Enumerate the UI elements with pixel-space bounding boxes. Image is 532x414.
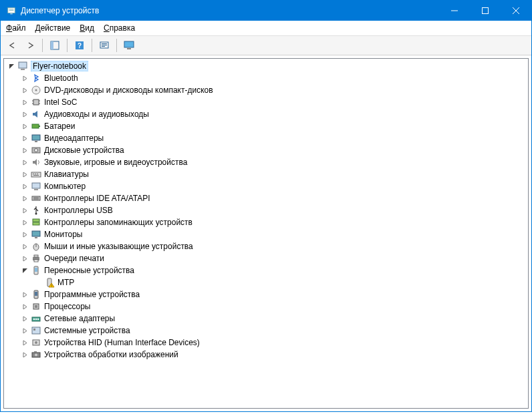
tree-node[interactable]: DVD-дисководы и дисководы компакт-дисков <box>4 84 528 96</box>
expand-icon[interactable] <box>20 338 29 347</box>
battery-icon <box>31 121 41 132</box>
tree-node[interactable]: Мониторы <box>4 228 528 240</box>
tree-node[interactable]: Дисковые устройства <box>4 144 528 156</box>
expand-icon[interactable] <box>20 170 29 179</box>
dvd-icon <box>31 85 41 95</box>
expand-icon[interactable] <box>20 254 29 263</box>
hid-icon <box>31 337 41 348</box>
keyboard-icon <box>31 169 41 180</box>
tree-node-label: Bluetooth <box>44 73 78 83</box>
svg-rect-45 <box>33 222 39 225</box>
tree-node[interactable]: Звуковые, игровые и видеоустройства <box>4 156 528 168</box>
show-hide-tree-button[interactable] <box>47 38 63 53</box>
nav-forward-button[interactable] <box>22 38 38 53</box>
expand-icon[interactable] <box>20 218 29 227</box>
tree-node-label: Мониторы <box>44 230 82 239</box>
tree-node-label: MTP <box>57 278 74 287</box>
tree-node[interactable]: Bluetooth <box>4 72 528 84</box>
expand-icon[interactable] <box>20 350 29 359</box>
svg-rect-39 <box>34 189 38 190</box>
menu-action[interactable]: Действие <box>35 23 71 33</box>
expand-icon[interactable] <box>20 97 29 107</box>
tree-node[interactable]: Сетевые адаптеры <box>4 313 528 325</box>
tree-node[interactable]: Программные устройства <box>4 288 528 300</box>
tree-node[interactable]: Мыши и иные указывающие устройства <box>4 240 528 252</box>
help-button[interactable]: ? <box>72 38 88 53</box>
expand-icon[interactable] <box>20 182 29 191</box>
tree-node[interactable]: Переносные устройства <box>4 264 528 276</box>
expand-icon[interactable] <box>20 194 29 203</box>
svg-rect-9 <box>51 41 53 49</box>
svg-rect-36 <box>37 174 38 174</box>
menu-help[interactable]: Справка <box>104 23 135 33</box>
expand-icon[interactable] <box>20 146 29 155</box>
maximize-button[interactable] <box>470 1 501 21</box>
tree-node-label: Мыши и иные указывающие устройства <box>44 242 193 251</box>
svg-rect-67 <box>33 329 35 331</box>
tree-node[interactable]: !MTP <box>4 276 528 288</box>
ide-icon <box>31 193 41 204</box>
tree-node-label: Программные устройства <box>44 290 140 299</box>
titlebar[interactable]: Диспетчер устройств <box>1 1 531 21</box>
nav-back-button[interactable] <box>5 38 21 53</box>
tree-node[interactable]: Компьютер <box>4 180 528 192</box>
tree-node-label: Аудиовходы и аудиовыходы <box>44 110 149 119</box>
svg-rect-22 <box>33 99 39 105</box>
expand-icon[interactable] <box>20 230 29 239</box>
tree-node-label: Устройства обработки изображений <box>44 350 178 359</box>
expand-icon[interactable] <box>20 314 29 323</box>
menu-view[interactable]: Вид <box>80 23 94 33</box>
tree-node-label: Сетевые адаптеры <box>44 314 115 323</box>
expand-icon[interactable] <box>20 73 29 83</box>
sound-icon <box>31 157 41 168</box>
tree-node[interactable]: Контроллеры USB <box>4 204 528 216</box>
svg-point-69 <box>35 341 37 344</box>
tree-node[interactable]: Intel SoC <box>4 96 528 108</box>
network-icon <box>31 313 41 324</box>
expand-icon[interactable] <box>20 110 29 119</box>
svg-rect-63 <box>33 319 35 320</box>
tree-node[interactable]: Процессоры <box>4 300 528 313</box>
svg-rect-66 <box>32 327 40 334</box>
svg-text:?: ? <box>78 42 82 49</box>
tree-node[interactable]: Батареи <box>4 120 528 132</box>
device-tree[interactable]: Flyer-notebookBluetoothDVD-дисководы и д… <box>3 58 529 409</box>
scan-hardware-button[interactable] <box>96 38 112 53</box>
menu-file[interactable]: Файл <box>6 23 26 33</box>
bluetooth-icon <box>31 73 41 83</box>
expand-icon[interactable] <box>20 326 29 335</box>
tree-node[interactable]: Видеоадаптеры <box>4 132 528 144</box>
svg-rect-27 <box>32 124 39 128</box>
svg-rect-37 <box>33 175 39 176</box>
collapse-icon[interactable] <box>7 61 16 71</box>
tree-node[interactable]: Устройства обработки изображений <box>4 349 528 361</box>
tree-node[interactable]: Системные устройства <box>4 325 528 337</box>
tree-node[interactable]: Очереди печати <box>4 252 528 264</box>
mouse-icon <box>31 241 41 252</box>
expand-icon[interactable] <box>20 242 29 251</box>
tree-node[interactable]: Flyer-notebook <box>4 60 528 72</box>
computer-root-icon <box>17 61 28 71</box>
tree-node-label: Клавиатуры <box>44 170 89 179</box>
app-icon <box>6 5 17 16</box>
expand-icon[interactable] <box>20 122 29 131</box>
expand-icon[interactable] <box>20 85 29 95</box>
expand-icon[interactable] <box>20 134 29 143</box>
chip-icon <box>31 97 41 108</box>
close-button[interactable] <box>501 1 531 21</box>
tree-node[interactable]: Клавиатуры <box>4 168 528 180</box>
tree-node[interactable]: Устройства HID (Human Interface Devices) <box>4 337 528 349</box>
tree-node[interactable]: Контроллеры запоминающих устройств <box>4 216 528 228</box>
tree-node-label: Звуковые, игровые и видеоустройства <box>44 158 187 167</box>
expand-icon[interactable] <box>20 206 29 215</box>
monitor-icon <box>31 229 41 240</box>
collapse-icon[interactable] <box>20 266 29 275</box>
expand-icon[interactable] <box>20 302 29 311</box>
expand-icon[interactable] <box>20 158 29 167</box>
minimize-button[interactable] <box>439 1 470 21</box>
tree-node[interactable]: Аудиовходы и аудиовыходы <box>4 108 528 120</box>
tree-node[interactable]: Контроллеры IDE ATA/ATAPI <box>4 192 528 204</box>
expand-icon[interactable] <box>20 290 29 299</box>
toolbar-separator <box>42 39 43 52</box>
monitor-button[interactable] <box>121 38 137 53</box>
